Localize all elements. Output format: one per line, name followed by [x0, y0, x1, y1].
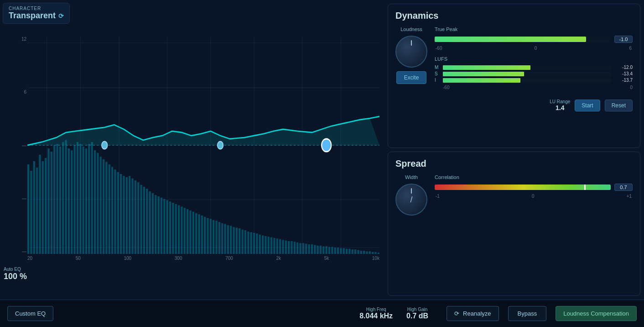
- reset-button[interactable]: Reset: [605, 100, 633, 111]
- svg-rect-107: [299, 243, 301, 254]
- svg-rect-109: [305, 244, 307, 254]
- svg-rect-125: [352, 249, 353, 254]
- svg-rect-33: [85, 148, 87, 254]
- lufs-bar-s: [443, 72, 612, 76]
- reanalyze-button[interactable]: ⟳ Reanalyze: [447, 306, 499, 321]
- character-value-text: Transparent: [9, 11, 56, 21]
- svg-rect-79: [218, 222, 220, 254]
- correlation-bar-track: [435, 185, 611, 190]
- character-arrow-icon[interactable]: ⟳: [58, 12, 64, 20]
- svg-rect-61: [166, 200, 168, 254]
- eq-control-dot-3[interactable]: [322, 139, 331, 152]
- eq-control-dot-1[interactable]: [102, 142, 108, 149]
- width-knob[interactable]: /: [395, 184, 427, 216]
- svg-rect-69: [189, 211, 191, 254]
- excite-button[interactable]: Excite: [396, 71, 427, 84]
- dynamics-title: Dynamics: [395, 11, 633, 21]
- y-label-6: 6: [24, 90, 26, 95]
- knob-slash-icon: /: [410, 195, 412, 205]
- lu-range-label: LU Range: [550, 99, 570, 104]
- svg-rect-92: [256, 233, 258, 254]
- lufs-value-i: -13.7: [615, 78, 633, 83]
- svg-rect-30: [77, 142, 78, 254]
- high-freq-label: High Freq: [359, 307, 393, 312]
- svg-rect-84: [233, 227, 235, 254]
- svg-rect-97: [270, 237, 272, 254]
- svg-rect-72: [198, 214, 200, 254]
- svg-rect-123: [346, 249, 348, 254]
- loudness-label: Loudness: [400, 26, 422, 32]
- svg-rect-59: [161, 198, 162, 254]
- svg-rect-52: [140, 185, 142, 254]
- svg-rect-112: [314, 245, 316, 254]
- svg-rect-26: [65, 140, 67, 254]
- svg-rect-94: [262, 235, 264, 254]
- corr-mid: 0: [532, 194, 535, 199]
- svg-rect-27: [68, 148, 70, 254]
- svg-rect-56: [152, 193, 154, 254]
- svg-rect-47: [126, 177, 128, 254]
- svg-rect-28: [71, 150, 73, 254]
- svg-rect-36: [94, 150, 96, 254]
- svg-rect-77: [213, 220, 214, 254]
- svg-rect-124: [348, 249, 350, 254]
- eq-control-dot-2[interactable]: [218, 142, 223, 149]
- svg-rect-34: [88, 144, 90, 254]
- auto-eq-container: Auto EQ 100 %: [4, 267, 27, 281]
- dynamics-section: Dynamics Loudness Excite True Peak: [388, 4, 640, 148]
- svg-rect-18: [42, 161, 44, 254]
- eq-chart[interactable]: [27, 37, 379, 254]
- svg-rect-111: [311, 244, 313, 254]
- svg-rect-122: [343, 248, 345, 254]
- svg-rect-40: [105, 162, 107, 254]
- lufs-value-s: -13.4: [615, 71, 633, 76]
- lu-range-container: LU Range 1.4: [550, 99, 570, 111]
- x-label-100: 100: [124, 256, 132, 261]
- svg-rect-99: [276, 238, 278, 254]
- lufs-min: -60: [443, 85, 449, 90]
- svg-rect-110: [308, 244, 310, 254]
- high-gain-container: High Gain 0.7 dB: [406, 307, 428, 320]
- svg-rect-60: [163, 199, 165, 254]
- svg-rect-90: [250, 232, 252, 254]
- svg-rect-101: [282, 240, 284, 254]
- svg-rect-21: [51, 152, 52, 254]
- svg-rect-55: [149, 191, 151, 254]
- width-side: Width /: [395, 174, 427, 216]
- x-label-5k: 5k: [324, 256, 329, 261]
- high-gain-value: 0.7 dB: [406, 312, 428, 320]
- svg-rect-91: [253, 233, 255, 254]
- auto-eq-label: Auto EQ: [4, 267, 27, 272]
- svg-rect-88: [244, 230, 246, 254]
- svg-rect-93: [259, 235, 261, 254]
- svg-rect-89: [247, 232, 249, 254]
- custom-eq-button[interactable]: Custom EQ: [7, 306, 53, 321]
- corr-max: +1: [627, 194, 632, 199]
- svg-rect-23: [56, 144, 58, 254]
- svg-rect-32: [83, 147, 84, 254]
- lufs-row-s: S -13.4: [435, 71, 633, 76]
- svg-rect-82: [227, 225, 229, 254]
- svg-rect-76: [210, 219, 212, 254]
- lufs-ch-m: M: [435, 65, 439, 70]
- lufs-label: LUFS: [435, 56, 633, 62]
- spread-title: Spread: [395, 158, 633, 169]
- svg-rect-130: [366, 251, 368, 254]
- svg-rect-78: [215, 221, 217, 254]
- svg-rect-113: [317, 246, 319, 254]
- high-freq-value: 8.044 kHz: [359, 312, 393, 320]
- lufs-fill-s: [443, 72, 524, 76]
- svg-rect-58: [158, 196, 160, 254]
- svg-rect-54: [146, 189, 148, 254]
- loudness-knob[interactable]: [395, 36, 427, 68]
- svg-rect-29: [74, 145, 76, 254]
- loudness-comp-button[interactable]: Loudness Compensation: [556, 306, 637, 321]
- correlation-label: Correlation: [435, 174, 633, 180]
- start-button[interactable]: Start: [575, 100, 600, 111]
- correlation-value: 0.7: [614, 184, 633, 191]
- svg-rect-134: [378, 253, 379, 254]
- svg-rect-103: [288, 241, 290, 254]
- svg-rect-42: [111, 167, 113, 254]
- bypass-button[interactable]: Bypass: [508, 306, 547, 321]
- lufs-fill-i: [443, 78, 520, 83]
